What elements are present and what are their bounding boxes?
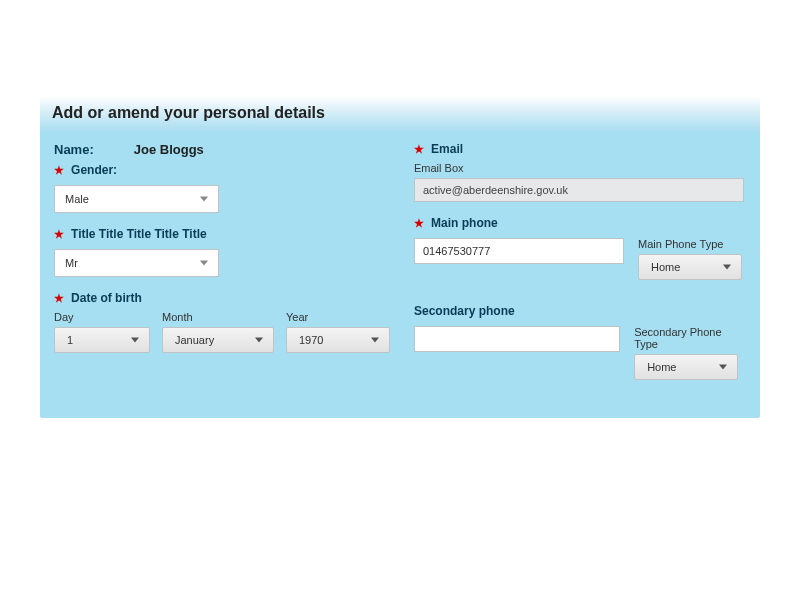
gender-label: Gender: xyxy=(71,163,117,177)
email-value: active@aberdeenshire.gov.uk xyxy=(423,184,568,196)
secondary-phone-input[interactable] xyxy=(414,326,620,352)
name-value: Joe Bloggs xyxy=(134,142,204,157)
dob-field: ★ Date of birth Day Month Year 1 January xyxy=(54,291,390,353)
chevron-down-icon xyxy=(719,365,727,370)
chevron-down-icon xyxy=(200,197,208,202)
secondary-phone-label: Secondary phone xyxy=(414,304,515,318)
main-phone-input[interactable] xyxy=(414,238,624,264)
dob-day-value: 1 xyxy=(67,334,73,346)
main-phone-label: Main phone xyxy=(431,216,498,230)
chevron-down-icon xyxy=(131,338,139,343)
main-phone-type-label: Main Phone Type xyxy=(638,238,742,250)
gender-select[interactable]: Male xyxy=(54,185,219,213)
main-phone-field: ★ Main phone Main Phone Type Home xyxy=(414,216,746,280)
required-icon: ★ xyxy=(414,217,428,229)
name-label: Name: xyxy=(54,142,94,157)
main-phone-type-select[interactable]: Home xyxy=(638,254,742,280)
dob-month-value: January xyxy=(175,334,214,346)
secondary-phone-type-select[interactable]: Home xyxy=(634,354,738,380)
email-input[interactable]: active@aberdeenshire.gov.uk xyxy=(414,178,744,202)
secondary-phone-type-label: Secondary Phone Type xyxy=(634,326,746,350)
required-icon: ★ xyxy=(54,228,68,240)
dob-month-select[interactable]: January xyxy=(162,327,274,353)
required-icon: ★ xyxy=(414,143,428,155)
required-icon: ★ xyxy=(54,164,68,176)
secondary-phone-field: Secondary phone Secondary Phone Type Hom… xyxy=(414,304,746,380)
dob-month-label: Month xyxy=(162,311,274,323)
dob-day-select[interactable]: 1 xyxy=(54,327,150,353)
main-phone-type-value: Home xyxy=(651,261,680,273)
title-field: ★ Title Title Title Title Title Mr xyxy=(54,227,390,277)
dob-label: Date of birth xyxy=(71,291,142,305)
title-select-value: Mr xyxy=(65,257,78,269)
secondary-phone-type-value: Home xyxy=(647,361,676,373)
chevron-down-icon xyxy=(255,338,263,343)
email-field: ★ Email Email Box active@aberdeenshire.g… xyxy=(414,142,746,202)
panel-body: Name: Joe Bloggs ★ Gender: Male ★ Title … xyxy=(40,132,760,398)
dob-day-label: Day xyxy=(54,311,150,323)
personal-details-panel: Add or amend your personal details Name:… xyxy=(40,96,760,418)
email-box-label: Email Box xyxy=(414,162,464,174)
dob-year-label: Year xyxy=(286,311,390,323)
chevron-down-icon xyxy=(723,265,731,270)
title-select[interactable]: Mr xyxy=(54,249,219,277)
left-column: Name: Joe Bloggs ★ Gender: Male ★ Title … xyxy=(54,142,390,394)
panel-title: Add or amend your personal details xyxy=(40,96,760,132)
required-icon: ★ xyxy=(54,292,68,304)
dob-year-select[interactable]: 1970 xyxy=(286,327,390,353)
right-column: ★ Email Email Box active@aberdeenshire.g… xyxy=(414,142,746,394)
dob-year-value: 1970 xyxy=(299,334,323,346)
gender-field: ★ Gender: Male xyxy=(54,163,390,213)
chevron-down-icon xyxy=(371,338,379,343)
chevron-down-icon xyxy=(200,261,208,266)
title-label: Title Title Title Title Title xyxy=(71,227,207,241)
name-row: Name: Joe Bloggs xyxy=(54,142,390,157)
email-label: Email xyxy=(431,142,463,156)
gender-select-value: Male xyxy=(65,193,89,205)
